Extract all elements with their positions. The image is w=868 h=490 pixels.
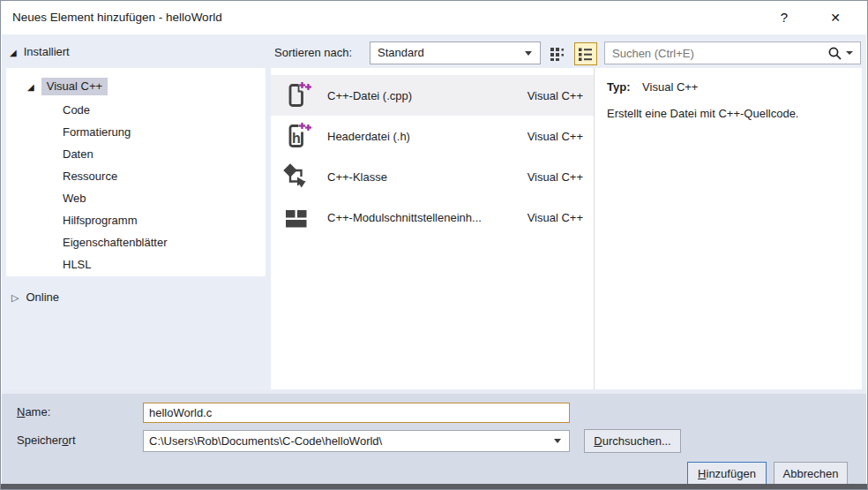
tree-node-label: Daten bbox=[63, 147, 94, 161]
location-label-mnemonic: o bbox=[62, 433, 68, 447]
template-name: C++-Klasse bbox=[327, 170, 528, 184]
list-view-button[interactable] bbox=[574, 42, 597, 65]
template-category: Visual C++ bbox=[528, 89, 583, 102]
tree-node-hilfsprogramm[interactable]: Hilfsprogramm bbox=[63, 209, 138, 231]
tree-node-formatierung[interactable]: Formatierung bbox=[63, 121, 131, 143]
sort-by-dropdown[interactable]: Standard bbox=[370, 41, 541, 64]
add-mnemonic: H bbox=[698, 467, 706, 480]
svg-text:h: h bbox=[292, 131, 301, 146]
search-options-chevron-icon[interactable] bbox=[846, 51, 853, 55]
tree-node-visual-cpp[interactable]: ◢Visual C++ bbox=[27, 77, 108, 96]
template-details-panel: Typ: Visual C++ Erstellt eine Datei mit … bbox=[594, 68, 862, 389]
expander-collapsed-icon: ▷ bbox=[11, 292, 19, 303]
tree-node-daten[interactable]: Daten bbox=[63, 143, 94, 165]
tree-node-ressource[interactable]: Ressource bbox=[63, 165, 117, 187]
sidebar-group-online[interactable]: ▷Online bbox=[11, 288, 59, 307]
template-row-cpp-file[interactable]: C++-Datei (.cpp) Visual C++ bbox=[271, 75, 594, 116]
name-label: Name: bbox=[17, 405, 50, 418]
close-button[interactable]: ✕ bbox=[816, 1, 855, 34]
template-row-cpp-module[interactable]: C++-Modulschnittstelleneinh... Visual C+… bbox=[271, 197, 594, 237]
tree-node-label: Code bbox=[63, 103, 90, 117]
location-label: Speicherort bbox=[17, 433, 76, 447]
search-box bbox=[604, 41, 861, 64]
type-label: Typ: bbox=[607, 80, 630, 94]
cancel-button[interactable]: Abbrechen bbox=[774, 462, 848, 485]
search-input[interactable] bbox=[605, 47, 827, 60]
template-list: C++-Datei (.cpp) Visual C++ h Headerdate… bbox=[271, 68, 594, 389]
template-category: Visual C++ bbox=[528, 170, 583, 184]
installed-label: Installiert bbox=[24, 45, 70, 58]
expander-expanded-icon: ◢ bbox=[10, 48, 17, 57]
online-label: Online bbox=[26, 290, 59, 304]
tree-node-label: Formatierung bbox=[63, 125, 131, 139]
add-rest: inzufügen bbox=[707, 467, 756, 480]
type-row: Typ: Visual C++ bbox=[607, 80, 698, 94]
cpp-file-icon bbox=[281, 80, 311, 110]
name-label-mnemonic: N bbox=[17, 405, 25, 418]
browse-rest: urchsuchen... bbox=[602, 434, 671, 448]
tree-node-label: Web bbox=[63, 192, 86, 205]
tree-node-web[interactable]: Web bbox=[63, 187, 86, 209]
help-button[interactable]: ? bbox=[765, 1, 804, 34]
template-category: Visual C++ bbox=[528, 130, 583, 143]
name-input[interactable] bbox=[143, 403, 570, 423]
template-row-cpp-class[interactable]: C++-Klasse Visual C++ bbox=[271, 156, 594, 197]
window-bottom-edge bbox=[1, 484, 867, 489]
tree-node-label: Eigenschaftenblätter bbox=[63, 236, 168, 249]
header-file-icon: h bbox=[281, 121, 311, 151]
chevron-down-icon[interactable] bbox=[554, 439, 561, 443]
template-name: C++-Modulschnittstelleneinh... bbox=[327, 211, 528, 224]
tree-node-label: Hilfsprogramm bbox=[63, 214, 138, 227]
sort-by-value: Standard bbox=[378, 46, 424, 59]
tree-node-label: Ressource bbox=[63, 170, 117, 183]
tree-node-label: Visual C++ bbox=[41, 78, 108, 95]
tree-node-eigenschaftenblaetter[interactable]: Eigenschaftenblätter bbox=[63, 231, 168, 253]
tree-node-hlsl[interactable]: HLSL bbox=[63, 253, 92, 275]
template-row-header-file[interactable]: h Headerdatei (.h) Visual C++ bbox=[271, 116, 594, 156]
search-icon bbox=[827, 46, 842, 61]
location-label-rest: rt bbox=[69, 433, 76, 447]
cpp-class-icon bbox=[281, 162, 311, 192]
list-view-icon bbox=[577, 45, 595, 63]
expander-expanded-icon: ◢ bbox=[27, 82, 34, 92]
browse-button[interactable]: Durchsuchen... bbox=[584, 429, 681, 453]
location-combobox bbox=[143, 430, 570, 452]
cpp-module-icon bbox=[281, 202, 311, 232]
grid-view-icon bbox=[550, 45, 567, 63]
dialog-title: Neues Element hinzufügen - helloWorld bbox=[12, 1, 222, 34]
template-tree-panel: ◢Visual C++ Code Formatierung Daten Ress… bbox=[6, 68, 266, 276]
sidebar-group-installed[interactable]: ◢Installiert bbox=[10, 45, 70, 58]
location-input[interactable] bbox=[144, 434, 554, 448]
type-value: Visual C++ bbox=[642, 80, 698, 94]
add-new-item-dialog: Neues Element hinzufügen - helloWorld ? … bbox=[0, 0, 868, 490]
title-bar: Neues Element hinzufügen - helloWorld ? … bbox=[1, 1, 867, 34]
template-name: C++-Datei (.cpp) bbox=[327, 89, 528, 102]
name-label-rest: ame: bbox=[25, 405, 50, 418]
sort-by-label: Sortieren nach: bbox=[274, 46, 352, 59]
template-category: Visual C++ bbox=[528, 211, 583, 224]
template-name: Headerdatei (.h) bbox=[327, 130, 528, 143]
location-label-pre: Speicher bbox=[17, 433, 62, 447]
template-description: Erstellt eine Datei mit C++-Quellcode. bbox=[607, 107, 798, 120]
tree-node-label: HLSL bbox=[63, 258, 92, 271]
browse-mnemonic: D bbox=[594, 434, 602, 448]
tree-node-code[interactable]: Code bbox=[63, 99, 90, 121]
chevron-down-icon bbox=[525, 51, 532, 56]
add-button[interactable]: Hinzufügen bbox=[687, 462, 767, 485]
footer-bar: Name: Speicherort Durchsuchen... Hinzufü… bbox=[2, 390, 866, 486]
small-icons-view-button[interactable] bbox=[547, 42, 570, 65]
